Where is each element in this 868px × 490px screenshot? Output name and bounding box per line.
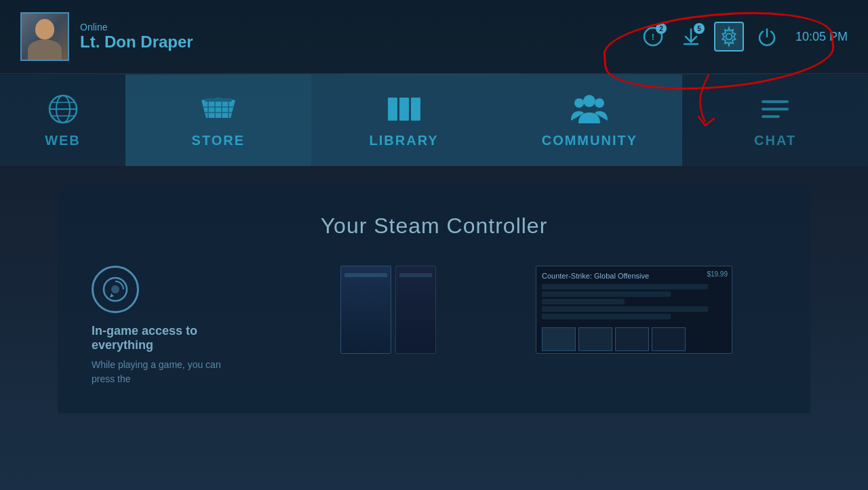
game-row-1 — [542, 284, 708, 289]
tab-store-label: STORE — [192, 133, 245, 148]
game-ui-rows — [542, 284, 726, 319]
game-row-4 — [542, 306, 708, 312]
header-controls: ! 2 5 10:05 PM — [638, 22, 848, 52]
user-text: Online Lt. Don Draper — [80, 22, 193, 52]
power-icon — [756, 26, 778, 47]
library-icon — [384, 92, 425, 126]
svg-point-18 — [574, 98, 584, 108]
thumb-3 — [615, 327, 649, 351]
steam-logo — [92, 266, 139, 313]
content-card: Your Steam Controller In-game access to … — [58, 186, 810, 413]
tab-library[interactable]: LIBRARY — [311, 75, 497, 166]
svg-point-2 — [726, 34, 732, 40]
store-icon — [198, 92, 239, 126]
content-body: In-game access to everything While playi… — [92, 266, 776, 386]
svg-text:!: ! — [652, 32, 654, 42]
avatar-image — [22, 14, 68, 60]
time-display: 10:05 PM — [795, 30, 848, 44]
power-button[interactable] — [752, 22, 782, 52]
community-icon — [569, 92, 610, 126]
user-status: Online — [80, 22, 193, 33]
game-row-5 — [542, 314, 671, 319]
tab-chat[interactable]: CHAT — [682, 75, 868, 166]
globe-icon — [43, 92, 83, 126]
nav-tabs: WEB STORE — [0, 75, 868, 166]
tab-library-label: LIBRARY — [370, 133, 439, 148]
thumb-1 — [542, 327, 576, 351]
tab-community[interactable]: COMMUNITY — [497, 75, 683, 166]
thumb-4 — [652, 327, 686, 351]
feature-text: In-game access to everything While playi… — [92, 324, 241, 386]
main-content: Your Steam Controller In-game access to … — [0, 186, 868, 413]
tab-web-label: WEB — [45, 133, 81, 148]
thumb-2 — [578, 327, 612, 351]
avatar-face — [22, 14, 68, 60]
notifications-badge: 2 — [656, 23, 667, 34]
game-thumbnails — [542, 327, 726, 351]
content-middle — [268, 266, 509, 354]
steam-logo-svg — [102, 276, 129, 303]
game-row-3 — [542, 299, 625, 304]
svg-rect-15 — [388, 98, 397, 121]
feature-description: While playing a game, you can press the — [92, 358, 241, 386]
notifications-button[interactable]: ! 2 — [638, 22, 668, 52]
downloads-badge: 5 — [694, 23, 705, 34]
game-row-2 — [542, 291, 671, 297]
avatar — [20, 12, 69, 61]
svg-rect-16 — [399, 98, 409, 121]
content-right: Counter-Strike: Global Offensive $19.99 — [536, 266, 776, 354]
settings-button[interactable] — [714, 22, 744, 52]
svg-point-25 — [111, 285, 119, 293]
screenshot-1 — [340, 266, 391, 354]
gear-icon — [718, 26, 740, 47]
content-left: In-game access to everything While playi… — [92, 266, 241, 386]
tab-chat-label: CHAT — [754, 133, 796, 148]
screenshot-2 — [395, 266, 436, 354]
game-price: $19.99 — [707, 270, 728, 278]
user-info: Online Lt. Don Draper — [20, 12, 193, 61]
game-ui-mockup: Counter-Strike: Global Offensive $19.99 — [536, 266, 732, 354]
user-name: Lt. Don Draper — [80, 33, 193, 52]
feature-subtitle: In-game access to everything — [92, 324, 241, 352]
screenshots — [340, 266, 436, 354]
game-title: Counter-Strike: Global Offensive — [542, 272, 726, 280]
content-title: Your Steam Controller — [92, 213, 776, 239]
tab-community-label: COMMUNITY — [542, 133, 637, 148]
svg-point-19 — [595, 98, 604, 108]
tab-store[interactable]: STORE — [125, 75, 311, 166]
downloads-button[interactable]: 5 — [676, 22, 706, 52]
tab-web[interactable]: WEB — [0, 75, 125, 166]
svg-point-20 — [583, 95, 595, 107]
svg-rect-8 — [205, 98, 232, 102]
svg-rect-17 — [411, 98, 420, 121]
header: Online Lt. Don Draper ! 2 5 — [0, 0, 868, 74]
chat-icon — [755, 92, 795, 126]
